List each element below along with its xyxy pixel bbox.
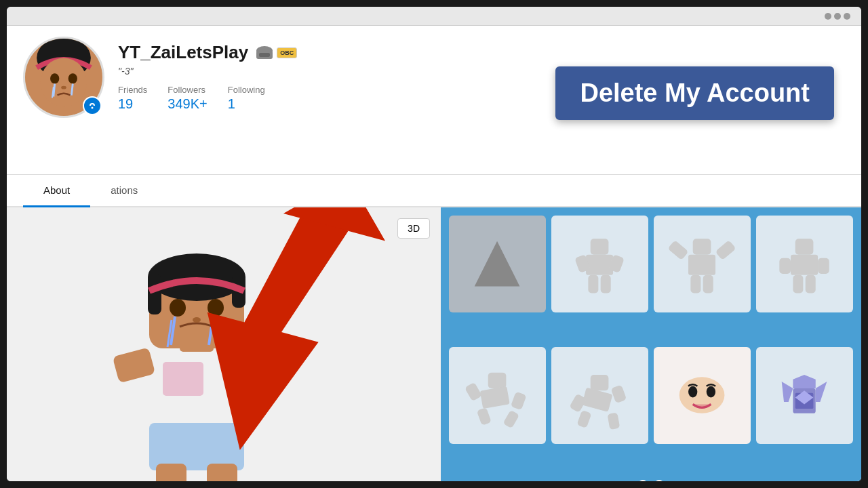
main-content: 3D	[7, 207, 861, 481]
svg-point-2	[41, 58, 87, 107]
btn-3d[interactable]: 3D	[397, 218, 430, 239]
svg-rect-56	[503, 410, 520, 429]
svg-point-4	[68, 73, 77, 83]
window-dot-1	[825, 13, 831, 20]
svg-rect-18	[149, 423, 244, 470]
svg-rect-33	[591, 239, 609, 255]
svg-point-8	[61, 86, 66, 89]
inventory-panel	[441, 207, 861, 481]
svg-rect-42	[715, 241, 736, 261]
stat-following: Following 1	[228, 85, 265, 112]
svg-rect-38	[601, 275, 611, 293]
avatar-display: 3D	[7, 207, 441, 481]
svg-rect-50	[806, 275, 816, 293]
profile-header: YT_ZaiLetsPlay OBC "-3" Friends	[7, 26, 861, 175]
svg-rect-61	[577, 410, 592, 428]
inventory-item-1[interactable]	[449, 216, 546, 312]
window-controls	[825, 13, 850, 20]
svg-rect-26	[148, 274, 161, 314]
delete-banner: Delete My Account	[555, 66, 834, 120]
svg-rect-46	[791, 255, 818, 275]
pagination-dot-2[interactable]	[654, 480, 664, 481]
window-dot-2	[834, 13, 841, 20]
svg-rect-55	[477, 407, 492, 426]
svg-rect-37	[589, 275, 599, 293]
svg-rect-43	[691, 275, 701, 293]
nav-tabs: About ations	[7, 175, 861, 207]
tab-about[interactable]: About	[23, 175, 90, 207]
inventory-item-2[interactable]	[551, 216, 648, 312]
tab-creations[interactable]: ations	[90, 175, 158, 207]
pagination-dot-1[interactable]	[638, 480, 648, 481]
character-svg	[61, 213, 332, 481]
avatar-badge	[83, 96, 102, 115]
inventory-grid	[449, 216, 853, 473]
svg-point-29	[208, 299, 224, 317]
main-frame: YT_ZaiLetsPlay OBC "-3" Friends	[7, 7, 861, 481]
title-bar	[7, 7, 861, 26]
obc-badge: OBC	[277, 47, 297, 58]
window-dot-3	[844, 13, 850, 20]
svg-rect-39	[693, 239, 711, 255]
svg-rect-15	[163, 362, 203, 396]
svg-rect-49	[793, 275, 804, 293]
svg-line-7	[71, 84, 73, 96]
svg-point-9	[87, 101, 97, 110]
svg-rect-17	[239, 342, 280, 375]
svg-point-3	[50, 73, 59, 83]
svg-rect-34	[586, 255, 613, 275]
svg-rect-16	[113, 347, 155, 383]
username: YT_ZaiLetsPlay	[118, 42, 248, 63]
svg-rect-58	[582, 388, 613, 412]
helmet-icon	[255, 45, 274, 60]
friends-value: 19	[118, 96, 133, 112]
svg-point-10	[92, 107, 94, 109]
svg-rect-13	[259, 53, 270, 57]
svg-point-28	[170, 299, 186, 317]
inventory-item-4[interactable]	[756, 216, 853, 312]
svg-rect-51	[488, 373, 507, 388]
svg-rect-20	[207, 464, 237, 481]
friends-label: Friends	[118, 85, 147, 95]
inventory-item-5[interactable]	[449, 347, 546, 444]
inventory-item-6[interactable]	[551, 347, 648, 444]
svg-rect-48	[818, 258, 830, 274]
avatar-wrapper	[23, 37, 104, 118]
stat-followers: Followers 349K+	[167, 85, 207, 112]
svg-rect-52	[480, 386, 510, 409]
inventory-item-7[interactable]	[654, 347, 751, 444]
svg-rect-19	[156, 464, 186, 481]
svg-rect-47	[780, 258, 791, 274]
username-row: YT_ZaiLetsPlay OBC	[118, 42, 845, 63]
svg-rect-62	[608, 413, 620, 430]
svg-rect-44	[703, 275, 713, 293]
following-value: 1	[228, 96, 235, 112]
svg-rect-54	[511, 392, 527, 411]
stat-friends: Friends 19	[118, 85, 147, 112]
badge-icons: OBC	[255, 45, 297, 60]
svg-rect-40	[688, 255, 715, 275]
svg-rect-45	[795, 239, 814, 255]
following-label: Following	[228, 85, 265, 95]
svg-rect-41	[668, 241, 689, 261]
svg-rect-53	[465, 382, 482, 402]
pagination-dots	[449, 473, 853, 481]
inventory-item-3[interactable]	[654, 216, 751, 312]
svg-point-30	[193, 317, 201, 323]
inventory-item-8[interactable]	[756, 347, 853, 444]
svg-point-64	[688, 386, 697, 398]
followers-label: Followers	[167, 85, 205, 95]
followers-value: 349K+	[167, 96, 207, 112]
crying-avatar	[61, 213, 332, 481]
svg-rect-57	[591, 375, 609, 390]
svg-rect-60	[611, 385, 627, 404]
svg-point-65	[707, 386, 715, 398]
